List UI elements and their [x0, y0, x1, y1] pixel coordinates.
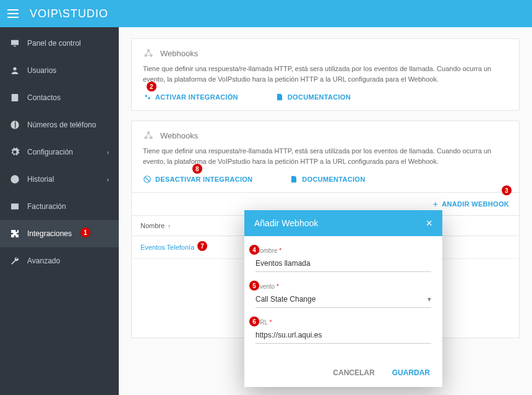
sort-asc-icon: ↑: [168, 223, 171, 229]
sidebar-item-billing[interactable]: Facturación: [0, 193, 119, 220]
add-webhook-dialog: Añadir Webhook × 4 Nombre * 5 Evento * C…: [244, 210, 442, 387]
documentation-button[interactable]: DOCUMENTACION: [290, 175, 365, 184]
cell-name: Eventos Telefonía 7: [132, 236, 237, 258]
brand-a: VOIP: [30, 7, 59, 20]
sidebar-item-label: Facturación: [27, 202, 66, 211]
required-mark: *: [277, 283, 279, 290]
documentation-button[interactable]: DOCUMENTACION: [275, 93, 351, 101]
chevron-right-icon: ›: [107, 176, 109, 183]
deactivate-integration-button[interactable]: DESACTIVAR INTEGRACION 8: [143, 175, 252, 184]
webhook-icon: [143, 130, 154, 141]
users-icon: [10, 66, 20, 75]
add-webhook-label: ANADIR WEBHOOK: [442, 200, 509, 208]
annotation-2: 2: [147, 82, 157, 91]
annotation-5: 5: [249, 281, 259, 291]
add-webhook-button[interactable]: + ANADIR WEBHOOK 3: [433, 199, 509, 209]
required-mark: *: [269, 319, 272, 326]
block-icon: [143, 175, 152, 184]
billing-icon: [10, 202, 20, 211]
activate-label: ACTIVAR INTEGRACIÓN: [155, 93, 238, 101]
event-select[interactable]: Call State Change ▾: [255, 292, 431, 308]
hamburger-icon[interactable]: [7, 9, 19, 18]
column-name[interactable]: Nombre ↑: [132, 216, 237, 236]
dialog-header: Añadir Webhook ×: [244, 210, 442, 236]
chevron-right-icon: ›: [107, 149, 109, 156]
history-icon: [10, 174, 20, 184]
gear-icon: [10, 147, 20, 157]
chevron-down-icon: ▾: [427, 295, 431, 304]
deactivate-label: DESACTIVAR INTEGRACION: [155, 176, 252, 183]
annotation-8: 8: [192, 164, 202, 174]
monitor-icon: [10, 38, 20, 48]
document-icon: [275, 93, 284, 101]
field-url: 6 URL *: [255, 319, 431, 344]
plus-icon: +: [433, 199, 438, 209]
document-icon: [290, 175, 298, 184]
field-name: 4 Nombre *: [255, 247, 431, 272]
card-title: Webhooks: [160, 131, 198, 140]
puzzle-icon: [10, 229, 20, 239]
url-input[interactable]: [255, 328, 431, 344]
sidebar-item-dashboard[interactable]: Panel de control: [0, 30, 119, 57]
sidebar-item-users[interactable]: Usuarios: [0, 57, 119, 84]
cancel-button[interactable]: CANCELAR: [333, 368, 374, 377]
documentation-label: DOCUMENTACION: [288, 93, 351, 101]
webhook-icon: [143, 48, 154, 59]
field-event: 5 Evento * Call State Change ▾: [255, 283, 431, 308]
required-mark: *: [279, 247, 281, 254]
top-bar: VOIP\STUDIO: [0, 0, 532, 27]
brand-b: STUDIO: [62, 7, 108, 20]
save-button[interactable]: GUARDAR: [392, 368, 430, 377]
sidebar: Panel de control Usuarios Contactos Núme…: [0, 27, 119, 395]
brand-logo: VOIP\STUDIO: [30, 7, 108, 20]
webhooks-active-card: Webhooks Tiene que definir una respuesta…: [131, 121, 520, 192]
globe-icon: [10, 120, 20, 130]
gears-icon: [143, 93, 152, 101]
activate-integration-button[interactable]: ACTIVAR INTEGRACIÓN 2: [143, 93, 238, 101]
sidebar-item-label: Configuración: [27, 148, 73, 156]
sidebar-item-contacts[interactable]: Contactos: [0, 84, 119, 111]
annotation-7: 7: [197, 241, 207, 251]
webhooks-inactive-card: Webhooks Tiene que definir una respuesta…: [131, 38, 520, 111]
sidebar-item-history[interactable]: Historial ›: [0, 166, 119, 193]
annotation-3: 3: [502, 185, 512, 195]
sidebar-item-label: Integraciones: [27, 229, 72, 238]
sidebar-item-advanced[interactable]: Avanzado: [0, 247, 119, 274]
sidebar-item-integrations[interactable]: Integraciones 1: [0, 220, 119, 247]
close-icon[interactable]: ×: [426, 218, 432, 229]
annotation-4: 4: [249, 245, 259, 255]
sidebar-item-label: Usuarios: [27, 66, 56, 75]
contact-icon: [10, 93, 20, 103]
dialog-title: Añadir Webhook: [254, 218, 318, 228]
documentation-label: DOCUMENTACION: [302, 176, 365, 183]
annotation-6: 6: [249, 316, 259, 326]
wrench-icon: [10, 256, 20, 266]
card-title: Webhooks: [160, 49, 198, 58]
sidebar-item-label: Panel de control: [27, 39, 81, 48]
sidebar-item-settings[interactable]: Configuración ›: [0, 138, 119, 166]
sidebar-item-label: Avanzado: [27, 257, 60, 265]
sidebar-item-label: Contactos: [27, 93, 61, 102]
event-selected-value: Call State Change: [255, 295, 315, 304]
sidebar-item-label: Historial: [27, 175, 54, 184]
card-description: Tiene que definir una respuesta/re-llama…: [143, 64, 508, 84]
sidebar-item-label: Números de teléfono: [27, 121, 96, 129]
sidebar-item-phone-numbers[interactable]: Números de teléfono: [0, 111, 119, 138]
annotation-1: 1: [80, 227, 90, 237]
name-input[interactable]: [255, 257, 431, 272]
